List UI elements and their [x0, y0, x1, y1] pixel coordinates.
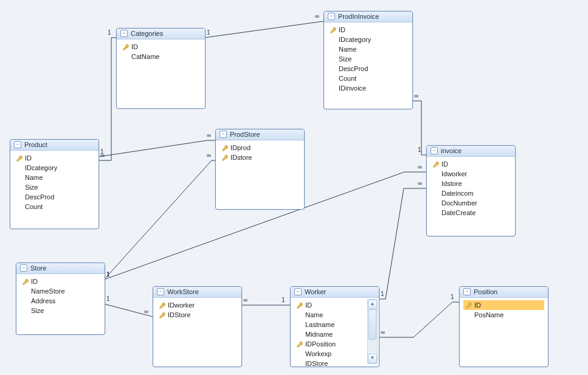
- field-row[interactable]: ID: [431, 159, 511, 169]
- scroll-down-button[interactable]: ▼: [368, 354, 377, 363]
- collapse-icon[interactable]: −: [463, 288, 471, 295]
- field-row[interactable]: Dateincom: [431, 188, 511, 198]
- field-row[interactable]: Idstore: [431, 179, 511, 188]
- primary-key-icon: [16, 155, 23, 162]
- field-row[interactable]: IDprod: [220, 143, 300, 153]
- primary-key-icon: [466, 302, 472, 309]
- field-row[interactable]: Lastname: [294, 320, 367, 329]
- field-row[interactable]: DescProd: [14, 192, 95, 202]
- table-header[interactable]: −Position: [460, 287, 548, 298]
- table-title: Categories: [131, 30, 163, 37]
- table-workstore[interactable]: −WorkStoreIDworkerIDStore: [153, 286, 242, 367]
- field-name: Midname: [304, 331, 333, 338]
- table-categories[interactable]: −CategoriesIDCatName: [116, 28, 206, 109]
- field-name: Count: [24, 203, 43, 210]
- field-row[interactable]: IDStore: [157, 310, 238, 320]
- field-row[interactable]: ID: [294, 300, 367, 310]
- field-name: IDstore: [229, 154, 252, 161]
- field-row[interactable]: IDcategory: [328, 35, 409, 44]
- table-body: IDNameLastnameMidnameIDPositionWorkexpID…: [291, 298, 379, 368]
- table-body: IDIDcategoryNameSizeDescProdCountIDinvoi…: [324, 22, 412, 97]
- collapse-icon[interactable]: −: [157, 288, 164, 295]
- collapse-icon[interactable]: −: [294, 288, 302, 295]
- table-header[interactable]: −ProdInInvoice: [324, 12, 412, 22]
- field-row[interactable]: Size: [20, 306, 101, 315]
- table-header[interactable]: −Product: [10, 140, 99, 151]
- table-header[interactable]: −WorkStore: [153, 287, 241, 298]
- field-row[interactable]: ID: [20, 277, 101, 286]
- table-invoice[interactable]: −invoiceIDIdworkerIdstoreDateincomDocNum…: [426, 145, 516, 236]
- table-header[interactable]: −Worker: [291, 287, 379, 298]
- table-store[interactable]: −StoreIDNameStoreAddressSize: [16, 263, 105, 335]
- cardinality-label: ∞: [418, 163, 422, 170]
- field-row[interactable]: Count: [14, 202, 95, 212]
- field-row[interactable]: IDstore: [220, 153, 300, 162]
- field-row[interactable]: Workexp: [294, 349, 367, 359]
- field-row[interactable]: Name: [328, 44, 409, 54]
- scroll-up-button[interactable]: ▲: [368, 300, 377, 309]
- field-row[interactable]: Size: [328, 54, 409, 64]
- field-name: PosName: [473, 311, 503, 318]
- field-row[interactable]: CatName: [120, 52, 201, 61]
- field-row[interactable]: IDPosition: [294, 339, 367, 349]
- table-title: ProdStore: [230, 131, 260, 138]
- field-row[interactable]: Name: [294, 310, 367, 320]
- scroll-thumb[interactable]: [368, 309, 376, 340]
- collapse-icon[interactable]: −: [20, 264, 27, 272]
- table-header[interactable]: −ProdStore: [216, 129, 304, 140]
- field-row[interactable]: Name: [14, 173, 95, 182]
- scrollbar[interactable]: ▲▼: [367, 299, 378, 364]
- field-row[interactable]: ID: [328, 25, 409, 35]
- collapse-icon[interactable]: −: [14, 141, 21, 148]
- field-row[interactable]: Idworker: [431, 169, 511, 179]
- primary-key-icon: [433, 161, 440, 168]
- collapse-icon[interactable]: −: [328, 13, 335, 20]
- field-row[interactable]: ID: [120, 42, 201, 52]
- table-body: IDPosName: [460, 298, 548, 323]
- primary-key-icon: [297, 302, 303, 309]
- field-name: DocNumber: [440, 199, 477, 207]
- key-slot: [221, 145, 229, 151]
- field-row[interactable]: IDworker: [157, 300, 238, 310]
- field-row[interactable]: ID: [463, 300, 544, 310]
- collapse-icon[interactable]: −: [220, 131, 227, 138]
- field-row[interactable]: Midname: [294, 329, 367, 339]
- field-name: IDcategory: [24, 164, 57, 171]
- field-row[interactable]: DateCreate: [431, 208, 511, 218]
- field-row[interactable]: DescProd: [328, 64, 409, 74]
- table-prodininv[interactable]: −ProdInInvoiceIDIDcategoryNameSizeDescPr…: [323, 11, 413, 109]
- table-header[interactable]: −invoice: [427, 146, 515, 157]
- field-row[interactable]: Count: [328, 74, 409, 83]
- cardinality-label: 1: [106, 271, 110, 278]
- field-row[interactable]: Size: [14, 182, 95, 192]
- table-worker[interactable]: −WorkerIDNameLastnameMidnameIDPositionWo…: [290, 286, 379, 367]
- table-body: IDIdworkerIdstoreDateincomDocNumberDateC…: [427, 157, 515, 221]
- field-name: ID: [24, 154, 32, 162]
- field-row[interactable]: IDcategory: [14, 163, 95, 173]
- table-product[interactable]: −ProductIDIDcategoryNameSizeDescProdCoun…: [10, 139, 99, 229]
- field-row[interactable]: IDinvoice: [328, 83, 409, 93]
- table-position[interactable]: −PositionIDPosName: [459, 286, 548, 367]
- primary-key-icon: [222, 145, 229, 151]
- field-name: DescProd: [24, 193, 54, 201]
- field-name: Dateincom: [440, 190, 474, 197]
- field-row[interactable]: DocNumber: [431, 198, 511, 208]
- table-prodstore[interactable]: −ProdStoreIDprodIDstore: [215, 129, 305, 210]
- collapse-icon[interactable]: −: [431, 147, 438, 154]
- field-row[interactable]: Address: [20, 296, 101, 306]
- field-row[interactable]: ID: [14, 153, 95, 163]
- table-header[interactable]: −Store: [16, 263, 105, 274]
- cardinality-label: ∞: [144, 308, 148, 315]
- field-name: ID: [337, 26, 345, 33]
- field-name: DescProd: [337, 65, 368, 72]
- diagram-canvas[interactable]: { "tables": { "product": {"title":"Produ…: [0, 0, 588, 375]
- field-row[interactable]: IDStore: [294, 359, 367, 368]
- cardinality-label: 1: [106, 271, 110, 278]
- field-name: Name: [337, 46, 356, 53]
- field-row[interactable]: PosName: [463, 310, 544, 320]
- collapse-icon[interactable]: −: [120, 30, 128, 37]
- field-row[interactable]: NameStore: [20, 286, 101, 296]
- table-title: Product: [24, 141, 47, 148]
- table-header[interactable]: −Categories: [117, 29, 205, 40]
- field-name: IDprod: [229, 144, 251, 151]
